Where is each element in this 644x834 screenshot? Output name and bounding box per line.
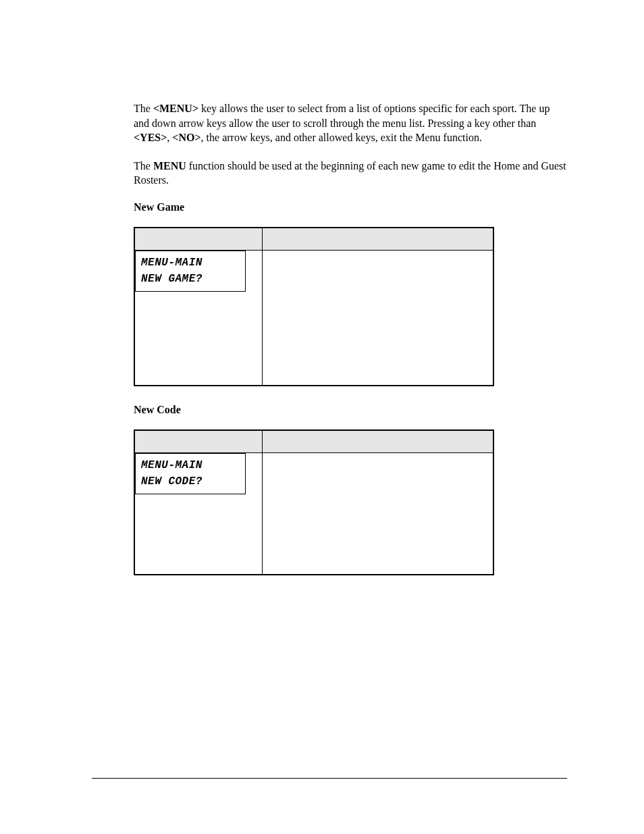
lcd-line: NEW GAME? bbox=[141, 271, 240, 287]
table-header-row bbox=[134, 430, 493, 453]
text-segment: function should be used at the beginning… bbox=[134, 160, 566, 186]
table-row: MENU-MAIN NEW CODE? bbox=[134, 453, 493, 575]
lcd-line: MENU-MAIN bbox=[141, 255, 240, 271]
lcd-line: NEW CODE? bbox=[141, 474, 240, 490]
menu-function-label: MENU bbox=[153, 160, 186, 172]
table-header-cell bbox=[134, 228, 263, 251]
new-game-table: MENU-MAIN NEW GAME? bbox=[134, 227, 494, 386]
yes-key-label: <YES> bbox=[134, 132, 167, 143]
table-header-cell bbox=[134, 430, 263, 453]
intro-paragraph-1: The <MENU> key allows the user to select… bbox=[134, 101, 567, 145]
text-segment: The bbox=[134, 103, 153, 114]
table-row: MENU-MAIN NEW GAME? bbox=[134, 251, 493, 386]
description-cell bbox=[263, 453, 493, 575]
page-content: The <MENU> key allows the user to select… bbox=[0, 0, 644, 575]
new-code-table: MENU-MAIN NEW CODE? bbox=[134, 429, 494, 575]
text-segment: , the arrow keys, and other allowed keys… bbox=[201, 132, 482, 143]
lcd-line: MENU-MAIN bbox=[141, 458, 240, 473]
text-segment: The bbox=[134, 160, 153, 172]
menu-key-label: <MENU> bbox=[153, 103, 198, 114]
intro-paragraph-2: The MENU function should be used at the … bbox=[134, 159, 567, 188]
table-header-row bbox=[134, 228, 493, 251]
description-cell bbox=[263, 251, 493, 386]
lcd-cell: MENU-MAIN NEW CODE? bbox=[134, 453, 263, 575]
new-code-heading: New Code bbox=[134, 404, 567, 416]
table-header-cell bbox=[263, 430, 493, 453]
no-key-label: <NO> bbox=[172, 132, 200, 143]
lcd-cell: MENU-MAIN NEW GAME? bbox=[134, 251, 263, 386]
table-header-cell bbox=[263, 228, 493, 251]
lcd-display: MENU-MAIN NEW CODE? bbox=[135, 453, 246, 494]
footer-divider bbox=[92, 778, 567, 779]
lcd-display: MENU-MAIN NEW GAME? bbox=[135, 251, 246, 291]
new-game-heading: New Game bbox=[134, 201, 567, 213]
